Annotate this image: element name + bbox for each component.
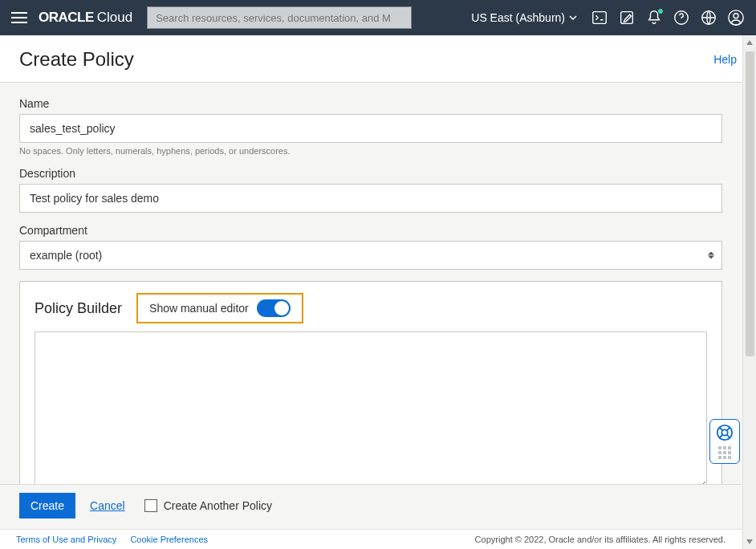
svg-point-7 (721, 429, 727, 435)
svg-point-6 (717, 425, 732, 440)
name-field: Name No spaces. Only letters, numerals, … (19, 97, 722, 156)
description-input[interactable] (19, 184, 722, 213)
name-label: Name (19, 97, 722, 110)
name-hint: No spaces. Only letters, numerals, hyphe… (19, 146, 722, 156)
compartment-label: Compartment (19, 224, 722, 237)
help-icon[interactable] (673, 9, 690, 26)
brand-logo[interactable]: ORACLE Cloud (39, 10, 132, 26)
terms-link[interactable]: Terms of Use and Privacy (16, 535, 116, 544)
create-button[interactable]: Create (19, 493, 75, 518)
notifications-icon[interactable] (645, 9, 663, 26)
brand-sub: Cloud (97, 10, 132, 26)
compartment-select[interactable] (19, 241, 722, 270)
cloud-shell-icon[interactable] (591, 9, 608, 26)
legal-footer: Terms of Use and Privacy Cookie Preferen… (0, 529, 742, 549)
edit-icon[interactable] (618, 9, 636, 26)
create-another-label: Create Another Policy (164, 499, 272, 512)
create-another-group: Create Another Policy (144, 499, 272, 512)
scroll-up-icon[interactable] (746, 40, 753, 45)
manual-editor-toggle-label: Show manual editor (149, 302, 249, 315)
region-selector[interactable]: US East (Ashburn) (466, 11, 583, 24)
globe-icon[interactable] (700, 9, 717, 26)
vertical-scrollbar[interactable] (742, 35, 756, 549)
lifebuoy-icon (716, 424, 734, 441)
description-field: Description (19, 167, 722, 213)
svg-point-5 (734, 14, 738, 18)
form-content: Name No spaces. Only letters, numerals, … (0, 83, 742, 540)
cancel-button[interactable]: Cancel (90, 499, 125, 512)
manual-editor-toggle-group: Show manual editor (136, 293, 303, 323)
policy-editor-textarea[interactable] (35, 331, 707, 489)
scroll-thumb[interactable] (746, 51, 754, 356)
scroll-down-icon[interactable] (746, 539, 753, 544)
profile-icon[interactable] (727, 9, 745, 26)
support-widget[interactable] (709, 419, 740, 464)
cookie-link[interactable]: Cookie Preferences (130, 535, 208, 544)
help-link[interactable]: Help (713, 53, 737, 66)
page-title: Create Policy (19, 48, 134, 71)
region-label: US East (Ashburn) (471, 11, 565, 24)
copyright-text: Copyright © 2022, Oracle and/or its affi… (475, 535, 726, 544)
manual-editor-toggle[interactable] (257, 299, 291, 317)
name-input[interactable] (19, 114, 722, 143)
top-nav: ORACLE Cloud US East (Ashburn) (0, 0, 756, 35)
create-another-checkbox[interactable] (144, 499, 157, 512)
description-label: Description (19, 167, 722, 180)
apps-grid-icon (718, 446, 731, 459)
policy-builder-title: Policy Builder (35, 300, 122, 317)
notification-dot-icon (658, 9, 663, 14)
chevron-down-icon (568, 13, 578, 22)
policy-builder-panel: Policy Builder Show manual editor Exampl… (19, 281, 722, 513)
action-bar: Create Cancel Create Another Policy (0, 484, 742, 527)
global-search-input[interactable] (147, 6, 412, 29)
brand-main: ORACLE (39, 10, 94, 26)
menu-icon[interactable] (8, 9, 30, 26)
compartment-field: Compartment (19, 224, 722, 270)
svg-rect-0 (593, 12, 607, 24)
page-header: Create Policy Help (0, 35, 756, 83)
